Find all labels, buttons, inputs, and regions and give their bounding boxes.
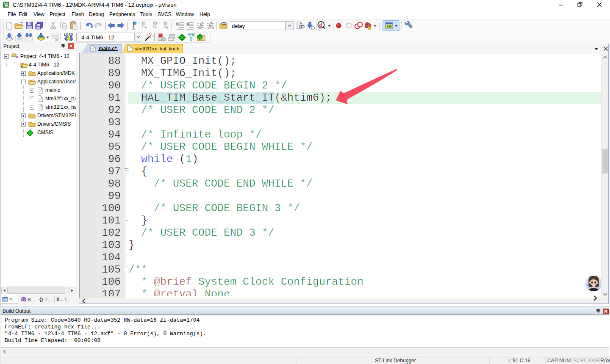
svg-text:5: 5 [7,5,8,8]
svg-text:LOAD: LOAD [64,33,73,36]
svg-text:d: d [319,22,322,28]
